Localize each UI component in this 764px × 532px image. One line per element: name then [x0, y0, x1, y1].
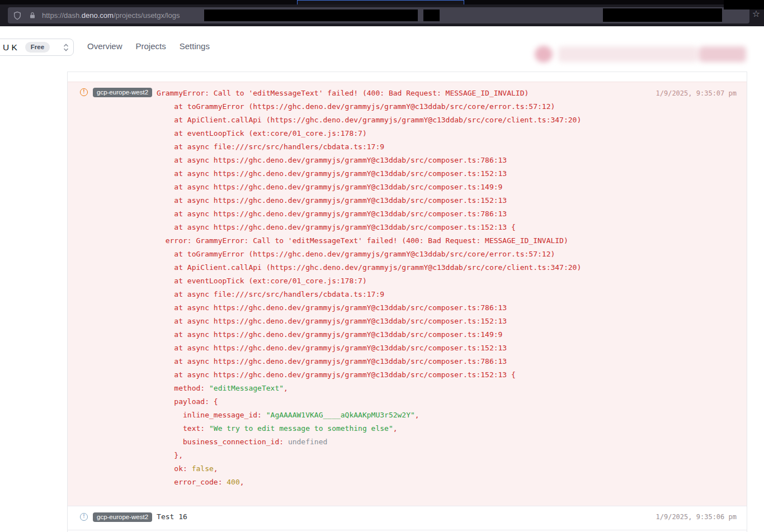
url-scheme: https://dash.	[42, 11, 82, 20]
region-badge: gcp-europe-west2	[93, 512, 152, 522]
redacted-blob	[558, 46, 698, 62]
log-timestamp: 1/9/2025, 9:35:07 pm	[649, 87, 737, 100]
redacted-urlbar-block	[423, 10, 440, 21]
org-name: U K	[3, 42, 17, 53]
plan-badge: Free	[25, 42, 50, 53]
log-timestamp: 1/9/2025, 9:35:06 pm	[649, 511, 737, 522]
chevron-updown-icon	[63, 44, 69, 51]
log-level-icon: !	[80, 88, 88, 96]
url-domain: deno.com	[82, 11, 114, 20]
org-switcher[interactable]: U K Free	[0, 39, 74, 56]
url-text: https://dash.deno.com/projects/usetgx/lo…	[42, 11, 180, 20]
app-header: U K Free Overview Projects Settings	[0, 26, 764, 66]
nav-item-projects[interactable]: Projects	[136, 41, 166, 51]
redacted-blob	[535, 46, 553, 63]
log-message: GrammyError: Call to 'editMessageText' f…	[157, 87, 649, 489]
browser-chrome: https://dash.deno.com/projects/usetgx/lo…	[0, 0, 764, 26]
redacted-corner-block	[724, 0, 764, 10]
nav-item-overview[interactable]: Overview	[87, 41, 122, 51]
region-badge: gcp-europe-west2	[93, 88, 152, 97]
bookmark-star-icon[interactable]: ☆	[752, 10, 760, 18]
tracking-shield-icon[interactable]	[13, 11, 22, 21]
redacted-urlbar-block	[603, 8, 722, 22]
log-message: Test 16	[157, 511, 649, 525]
log-panel: ! gcp-europe-west2 GrammyError: Call to …	[67, 72, 747, 532]
redacted-blob	[699, 46, 746, 62]
redacted-urlbar-block	[204, 10, 418, 21]
log-level-icon: !	[80, 513, 88, 521]
nav-item-settings[interactable]: Settings	[180, 41, 210, 51]
log-list: ! gcp-europe-west2 GrammyError: Call to …	[68, 82, 747, 530]
log-entry[interactable]: ! gcp-europe-west2 GrammyError: Call to …	[68, 82, 747, 506]
lock-icon[interactable]	[29, 11, 36, 20]
main-nav: Overview Projects Settings	[87, 26, 210, 66]
redacted-header-content	[531, 45, 748, 64]
url-path: /projects/usetgx/logs	[114, 11, 180, 20]
browser-tab-fragment	[297, 0, 464, 4]
panel-spacer	[68, 72, 747, 82]
log-entry[interactable]: ! gcp-europe-west2 Test 16 1/9/2025, 9:3…	[68, 506, 747, 530]
